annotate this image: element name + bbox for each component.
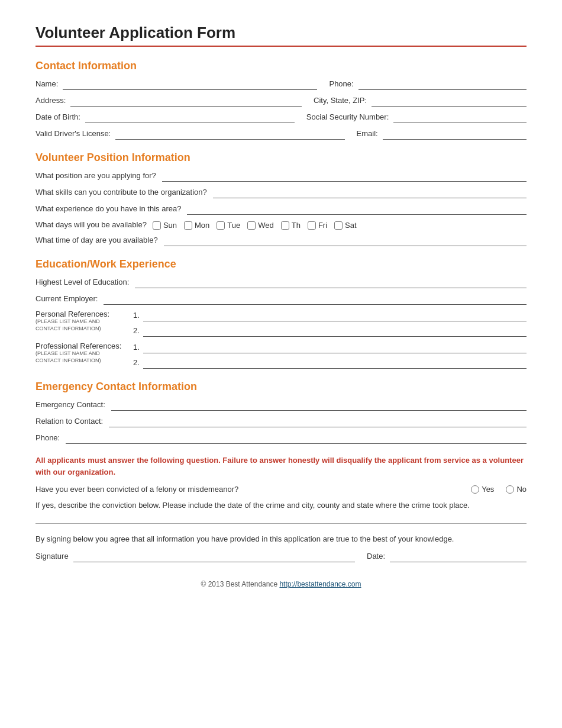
personal-refs-inputs: 1. 2. (133, 310, 527, 337)
position-q3-input[interactable] (187, 203, 527, 215)
day-th: Th (281, 221, 301, 230)
day-mon-label: Mon (195, 221, 209, 230)
signature-label: Signature (35, 552, 69, 561)
section-education-heading: Education/Work Experience (35, 258, 527, 270)
personal-refs-label-block: Personal References: (PLEASE LIST NAME A… (35, 310, 127, 332)
conviction-yes-radio[interactable] (471, 485, 479, 494)
personal-ref-1-num: 1. (133, 311, 140, 320)
signature-input[interactable] (73, 550, 355, 562)
personal-ref-2-input[interactable] (143, 325, 527, 337)
personal-ref-1-row: 1. (133, 310, 527, 321)
personal-ref-1-input[interactable] (143, 310, 527, 321)
day-sun: Sun (153, 221, 177, 230)
position-q2-row: What skills can you contribute to the or… (35, 186, 527, 198)
day-wed-label: Wed (258, 221, 274, 230)
emergency-contact-label: Emergency Contact: (35, 400, 105, 409)
position-days-row: What days will you be available? Sun Mon… (35, 220, 527, 230)
checkbox-fri[interactable] (308, 221, 316, 230)
edu-level-input[interactable] (135, 276, 527, 288)
address-label: Address: (35, 96, 66, 105)
section-position-heading: Volunteer Position Information (35, 152, 527, 164)
day-fri: Fri (308, 221, 327, 230)
contact-dob-ssn-row: Date of Birth: Social Security Number: (35, 111, 527, 123)
conviction-yes-label: Yes (482, 485, 494, 494)
conviction-question-row: Have you ever been convicted of a felony… (35, 485, 527, 494)
personal-refs-small: (PLEASE LIST NAME ANDCONTACT INFORMATION… (35, 318, 127, 332)
conviction-no-label: No (516, 485, 527, 494)
conviction-yes-item: Yes (471, 485, 494, 494)
conviction-no-radio[interactable] (506, 485, 514, 494)
edu-level-row: Highest Level of Education: (35, 276, 527, 288)
address-input[interactable] (70, 95, 302, 107)
personal-refs-section: Personal References: (PLEASE LIST NAME A… (35, 310, 527, 337)
days-checkboxes: Sun Mon Tue Wed Th Fri Sat (153, 221, 357, 230)
personal-ref-2-num: 2. (133, 326, 140, 335)
emergency-phone-label: Phone: (35, 433, 60, 442)
checkbox-wed[interactable] (247, 221, 256, 230)
bottom-divider (35, 523, 527, 524)
checkbox-mon[interactable] (184, 221, 192, 230)
checkbox-tue[interactable] (217, 221, 225, 230)
dob-input[interactable] (85, 111, 295, 123)
footer: © 2013 Best Attendance http://bestattend… (35, 580, 527, 588)
position-time-label: What time of day are you available? (35, 236, 158, 244)
professional-ref-1-num: 1. (133, 343, 140, 352)
name-input[interactable] (63, 78, 317, 90)
professional-ref-1-row: 1. (133, 342, 527, 353)
day-tue: Tue (217, 221, 240, 230)
contact-license-email-row: Valid Driver's License: Email: (35, 128, 527, 140)
date-col: Date: (367, 550, 527, 562)
conviction-radio-group: Yes No (471, 485, 527, 494)
date-input[interactable] (390, 550, 527, 562)
checkbox-sat[interactable] (334, 221, 343, 230)
phone-input[interactable] (358, 78, 527, 90)
ssn-input[interactable] (393, 111, 527, 123)
professional-ref-1-input[interactable] (143, 342, 527, 353)
employer-input[interactable] (104, 293, 527, 305)
ssn-label: Social Security Number: (306, 112, 389, 121)
page-title: Volunteer Application Form (35, 24, 527, 42)
day-tue-label: Tue (227, 221, 240, 230)
position-days-label: What days will you be available? (35, 220, 147, 229)
dob-label: Date of Birth: (35, 112, 80, 121)
emergency-relation-input[interactable] (109, 415, 527, 427)
day-th-label: Th (292, 221, 301, 230)
city-state-zip-input[interactable] (372, 95, 527, 107)
signing-text: By signing below you agree that all info… (35, 534, 527, 543)
employer-row: Current Employer: (35, 293, 527, 305)
professional-refs-inputs: 1. 2. (133, 342, 527, 369)
professional-ref-2-input[interactable] (143, 357, 527, 369)
position-q1-input[interactable] (162, 170, 527, 182)
title-divider (35, 46, 527, 47)
contact-name-phone-row: Name: Phone: (35, 78, 527, 90)
position-q2-input[interactable] (213, 186, 527, 198)
drivers-license-input[interactable] (115, 128, 344, 140)
position-q3-label: What experience do you have in this area… (35, 204, 181, 213)
conviction-description: If yes, describe the conviction below. P… (35, 500, 527, 511)
day-sat: Sat (334, 221, 357, 230)
emergency-phone-row: Phone: (35, 432, 527, 444)
position-time-row: What time of day are you available? (35, 234, 527, 246)
conviction-warning: All applicants must answer the following… (35, 455, 527, 478)
personal-refs-label: Personal References: (35, 310, 127, 318)
position-time-input[interactable] (164, 234, 527, 246)
emergency-phone-input[interactable] (66, 432, 527, 444)
emergency-contact-row: Emergency Contact: (35, 399, 527, 411)
personal-ref-2-row: 2. (133, 325, 527, 337)
conviction-question: Have you ever been convicted of a felony… (35, 485, 459, 494)
contact-address-city-row: Address: City, State, ZIP: (35, 95, 527, 107)
position-q1-label: What position are you applying for? (35, 171, 156, 180)
checkbox-sun[interactable] (153, 221, 161, 230)
emergency-contact-input[interactable] (111, 399, 527, 411)
checkbox-th[interactable] (281, 221, 289, 230)
footer-link[interactable]: http://bestattendance.com (279, 580, 361, 588)
conviction-no-item: No (506, 485, 527, 494)
professional-ref-2-num: 2. (133, 358, 140, 367)
signature-col: Signature (35, 550, 355, 562)
email-input[interactable] (383, 128, 527, 140)
day-sun-label: Sun (163, 221, 177, 230)
signature-row: Signature Date: (35, 550, 527, 562)
day-sat-label: Sat (345, 221, 357, 230)
day-mon: Mon (184, 221, 209, 230)
professional-ref-2-row: 2. (133, 357, 527, 369)
